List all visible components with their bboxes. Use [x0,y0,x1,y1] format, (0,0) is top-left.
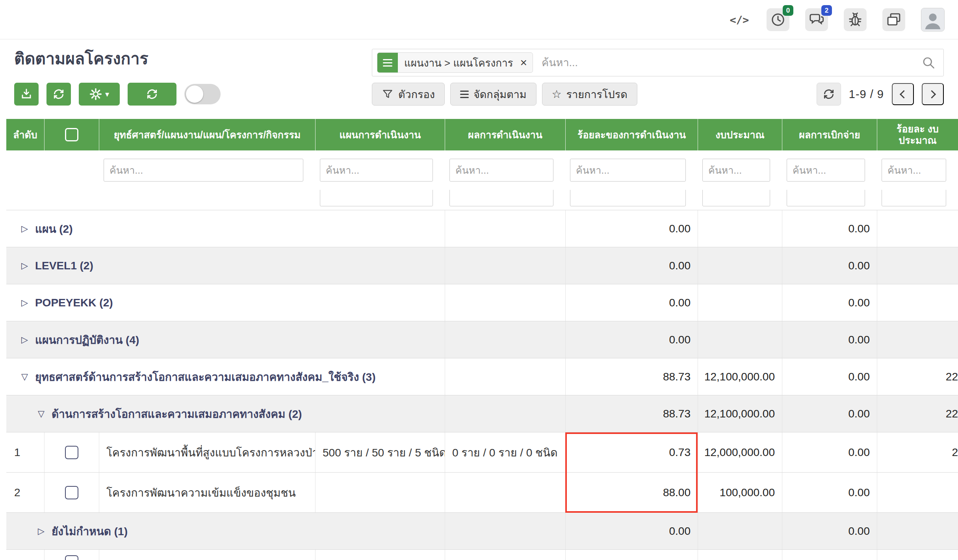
partial-input[interactable] [702,190,770,206]
column-header-no[interactable]: ลำดับ [6,119,44,150]
sync-button[interactable] [128,83,176,106]
topbar: </> 0 2 [0,0,958,39]
group-row[interactable]: ▷ แผน (2) 0.00 0.00 [6,210,958,247]
expand-icon[interactable]: ▷ [21,298,28,308]
group-result-cell [445,358,565,395]
percent-cell: 88.00 [565,473,698,512]
filter-input-budget-percent[interactable] [882,159,946,182]
column-header-budget-percent[interactable]: ร้อยละ งบประมาณ [877,119,958,150]
column-header-select [44,119,99,150]
budget-percent-cell: 2 [877,432,958,472]
column-header-plan[interactable]: แผนการดำเนินงาน [315,119,445,150]
partial-input[interactable] [787,190,865,206]
partial-input[interactable] [449,190,553,206]
plan-cell: 500 ราย / 50 ราย / 5 ชนิด [315,432,445,472]
refresh-button[interactable] [46,83,71,106]
column-header-budget[interactable]: งบประมาณ [698,119,782,150]
row-select-cell [44,473,99,512]
filter-input-result[interactable] [449,159,553,182]
expand-icon[interactable]: ▽ [38,409,45,419]
group-budget-percent-cell [877,321,958,358]
group-budget-cell [698,284,782,321]
filter-input-disbursement[interactable] [787,159,865,182]
favorites-button[interactable]: ☆ รายการโปรด [542,83,637,106]
pagination-range: 1-9 / 9 [849,88,884,101]
refresh-icon [146,88,158,100]
row-checkbox[interactable] [65,486,78,499]
group-disbursement-cell: 0.00 [782,395,877,432]
settings-dropdown-button[interactable]: ▾ [79,83,120,106]
expand-icon[interactable]: ▽ [21,372,28,382]
column-filter-row [6,150,958,190]
column-header-percent[interactable]: ร้อยละของการดำเนินงาน [565,119,698,150]
group-row[interactable]: ▷ แผนการปฏิบัติงาน (4) 0.00 0.00 [6,321,958,358]
filter-input-percent[interactable] [570,159,686,182]
group-row[interactable]: ▷ ยังไม่กำหนด (1) 0.00 0.00 [6,513,958,550]
row-select-cell [44,432,99,472]
column-header-strategy[interactable]: ยุทธ์ศาสตร์/แผนงาน/แผน/โครงการ/กิจกรรม [99,119,315,150]
group-budget-cell [698,321,782,358]
expand-icon[interactable]: ▷ [21,335,28,345]
previous-page-button[interactable] [892,83,914,105]
search-icon[interactable] [921,56,936,70]
select-all-checkbox[interactable] [65,128,78,141]
developer-tools-button[interactable]: </> [728,8,751,31]
partial-input[interactable] [570,190,686,206]
facet-close-icon[interactable]: × [520,56,533,69]
partial-input[interactable] [320,190,433,206]
expand-icon[interactable]: ▷ [21,224,28,234]
export-button[interactable] [14,83,39,106]
project-row: 1 โครงการพัฒนาพื้นที่สูงแบบโครงการหลวงป่… [6,432,958,473]
list-actions: ▾ [14,83,221,106]
column-header-disbursement[interactable]: ผลการเบิกจ่าย [782,119,877,150]
debug-button[interactable] [844,8,867,31]
group-row[interactable]: ▽ ยุทธศาสตร์ด้านการสร้างโอกาสและความเสมอ… [6,358,958,395]
group-label: POPEYEKK (2) [35,297,113,309]
next-page-button[interactable] [922,83,944,105]
group-result-cell [445,321,565,358]
project-table: ลำดับ ยุทธ์ศาสตร์/แผนงาน/แผน/โครงการ/กิจ… [6,119,958,560]
group-percent-cell: 0.00 [565,284,698,321]
filter-input-strategy[interactable] [104,159,303,182]
group-percent-cell: 0.00 [565,247,698,284]
plan-cell [315,473,445,512]
expand-icon[interactable]: ▷ [38,526,45,536]
favorites-label: รายการโปรด [566,86,628,103]
group-row[interactable]: ▷ LEVEL1 (2) 0.00 0.00 [6,247,958,284]
code-icon: </> [730,14,749,26]
group-disbursement-cell: 0.00 [782,513,877,549]
filter-input-plan[interactable] [320,159,433,182]
project-name-cell[interactable]: โครงการพัฒนาความเข้มแข็งของชุมชน [99,473,315,512]
column-header-result[interactable]: ผลการดำเนินงาน [445,119,565,150]
group-label: แผนการปฏิบัติงาน (4) [35,331,139,349]
filters-button[interactable]: ตัวกรอง [372,83,445,106]
table-header: ลำดับ ยุทธ์ศาสตร์/แผนงาน/แผน/โครงการ/กิจ… [6,119,958,150]
toggle-switch[interactable] [184,84,221,104]
search-input[interactable] [542,57,921,69]
topbar-icons: </> 0 2 [728,0,945,39]
group-row[interactable]: ▽ ด้านการสร้างโอกาสและความเสมอภาคทางสังค… [6,395,958,432]
group-by-button[interactable]: จัดกลุ่มตาม [450,83,537,106]
group-label-cell: ▽ ด้านการสร้างโอกาสและความเสมอภาคทางสังค… [6,395,445,432]
group-budget-percent-cell [877,210,958,247]
group-result-cell [445,210,565,247]
group-disbursement-cell: 0.00 [782,247,877,284]
messages-button[interactable]: 2 [805,8,828,31]
group-budget-percent-cell [877,513,958,549]
group-label: ยุทธศาสตร์ด้านการสร้างโอกาสและความเสมอภา… [35,368,376,386]
user-menu-button[interactable] [921,8,945,32]
expand-icon[interactable]: ▷ [21,261,28,271]
result-cell [445,473,565,512]
reload-button[interactable] [817,83,841,106]
activities-button[interactable]: 0 [767,8,789,31]
row-checkbox[interactable] [65,555,78,560]
group-result-cell [445,247,565,284]
group-percent-cell: 88.73 [565,395,698,432]
facet-label: แผนงาน > แผนโครงการ [398,55,520,71]
project-name-cell[interactable]: โครงการพัฒนาพื้นที่สูงแบบโครงการหลวงป่าก… [99,432,315,472]
group-row[interactable]: ▷ POPEYEKK (2) 0.00 0.00 [6,284,958,321]
filter-input-budget[interactable] [702,159,770,182]
partial-input[interactable] [882,190,946,206]
row-checkbox[interactable] [65,446,78,459]
switch-company-button[interactable] [882,8,905,31]
